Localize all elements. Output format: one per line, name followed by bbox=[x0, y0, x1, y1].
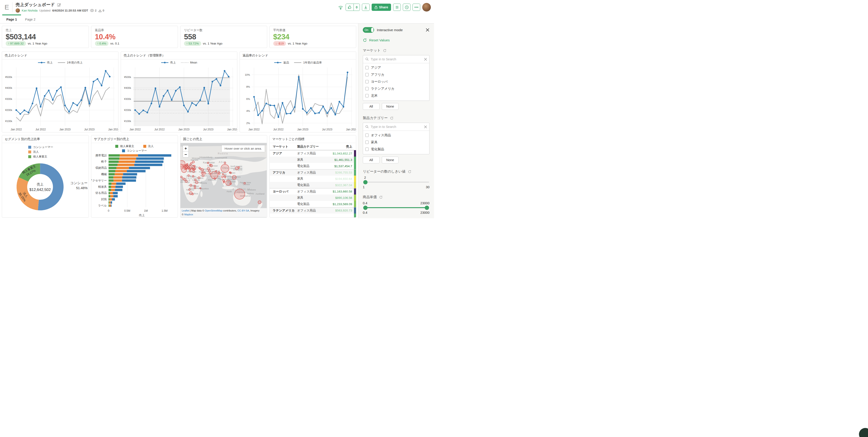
subcategory-bar-chart[interactable]: 携帯電話椅子収納用品機械アクセサリー軽家具切る用品封筒ラベル00.5M1M1.5… bbox=[91, 153, 178, 217]
like-button[interactable]: 0 bbox=[346, 4, 360, 11]
map-sales-circle[interactable] bbox=[218, 173, 220, 175]
map-sales-circle[interactable] bbox=[192, 170, 195, 173]
return-rate-chart[interactable]: 2%4%6%8%10%Jan 2022Jul 2022Jan 2023Jul 2… bbox=[240, 66, 356, 132]
checkbox[interactable] bbox=[365, 148, 369, 151]
map-sales-circle[interactable] bbox=[198, 177, 200, 179]
map-sales-circle[interactable] bbox=[209, 164, 211, 166]
map-sales-circle[interactable] bbox=[190, 184, 192, 186]
map-sales-circle[interactable] bbox=[186, 163, 188, 165]
map-sales-circle[interactable] bbox=[189, 170, 191, 172]
mapbox-link[interactable]: Mapbox bbox=[184, 213, 193, 216]
map-sales-circle[interactable] bbox=[193, 165, 195, 167]
tab-page-1[interactable]: Page 1 bbox=[2, 14, 21, 23]
market-select-none-button[interactable]: None bbox=[382, 103, 399, 110]
tab-page-2[interactable]: Page 2 bbox=[21, 14, 39, 23]
osm-link[interactable]: OpenStreetMap bbox=[205, 209, 222, 212]
country-sales-map[interactable]: RussiaYekaterinburgKrasnoyarskMoscowSama… bbox=[180, 143, 267, 217]
checkbox[interactable] bbox=[365, 73, 369, 76]
map-sales-circle[interactable] bbox=[194, 179, 196, 181]
map-sales-circle[interactable] bbox=[209, 173, 211, 175]
sales-control-chart[interactable]: ¥100k¥200k¥300k¥400k¥500kJan 2022Jul 202… bbox=[121, 66, 237, 132]
map-sales-circle[interactable] bbox=[207, 167, 210, 170]
checkbox-item[interactable]: 北米 bbox=[363, 92, 429, 99]
map-sales-circle[interactable] bbox=[221, 164, 229, 173]
map-sales-circle[interactable] bbox=[229, 172, 230, 173]
map-sales-circle[interactable] bbox=[238, 166, 240, 168]
share-button[interactable]: Share bbox=[372, 4, 391, 11]
download-button[interactable] bbox=[362, 4, 370, 11]
schedule-button[interactable] bbox=[403, 4, 410, 11]
refresh-icon[interactable] bbox=[408, 170, 411, 174]
map-sales-circle[interactable] bbox=[258, 201, 261, 204]
refresh-icon[interactable] bbox=[390, 116, 394, 120]
category-search-input[interactable] bbox=[371, 125, 422, 129]
segment-donut-chart[interactable]: 売上$12,642,502コンシュー51.48%法人30.25%個人事業主18.… bbox=[2, 158, 89, 217]
map-sales-circle[interactable] bbox=[190, 162, 192, 164]
map-sales-circle[interactable] bbox=[202, 175, 204, 177]
map-sales-circle[interactable] bbox=[189, 168, 191, 170]
market-select-all-button[interactable]: All bbox=[363, 103, 379, 110]
map-sales-circle[interactable] bbox=[188, 189, 190, 190]
refresh-icon[interactable] bbox=[383, 49, 386, 53]
close-icon[interactable] bbox=[426, 28, 430, 32]
map-sales-circle[interactable] bbox=[214, 178, 216, 179]
checkbox-item[interactable]: オフィス用品 bbox=[363, 132, 429, 139]
checkbox[interactable] bbox=[365, 66, 369, 69]
map-sales-circle[interactable] bbox=[215, 170, 217, 172]
map-sales-circle[interactable] bbox=[208, 170, 211, 172]
cc-link[interactable]: CC-BY-SA bbox=[237, 209, 249, 212]
checkbox-item[interactable]: ヨーロッパ bbox=[363, 78, 429, 85]
map-sales-circle[interactable] bbox=[194, 185, 196, 187]
map-sales-circle[interactable] bbox=[222, 174, 223, 175]
map-zoom-out-button[interactable]: − bbox=[183, 151, 188, 157]
map-sales-circle[interactable] bbox=[185, 180, 187, 183]
map-sales-circle[interactable] bbox=[182, 178, 184, 180]
checkbox[interactable] bbox=[365, 87, 369, 90]
range-thumb-high[interactable] bbox=[425, 206, 429, 210]
map-sales-circle[interactable] bbox=[244, 182, 246, 184]
map-sales-circle[interactable] bbox=[232, 175, 236, 179]
map-sales-circle[interactable] bbox=[188, 175, 189, 177]
unit-price-range-slider[interactable]: 0.4 23000 0.4 23000 bbox=[363, 201, 430, 214]
checkbox[interactable] bbox=[365, 141, 369, 144]
checkbox-item[interactable]: ラテンアメリカ bbox=[363, 85, 429, 92]
checkbox-item[interactable]: アフリカ bbox=[363, 71, 429, 78]
checkbox[interactable] bbox=[365, 133, 369, 137]
map-sales-circle[interactable] bbox=[188, 166, 190, 167]
map-sales-circle[interactable] bbox=[221, 176, 223, 178]
map-sales-circle[interactable] bbox=[195, 181, 198, 184]
checkbox[interactable] bbox=[365, 94, 369, 97]
checkbox-item[interactable]: 家具 bbox=[363, 139, 429, 146]
map-sales-circle[interactable] bbox=[201, 173, 203, 174]
edit-icon[interactable] bbox=[57, 3, 61, 7]
market-search-input[interactable] bbox=[371, 57, 422, 61]
parameters-button[interactable] bbox=[393, 4, 401, 11]
map-sales-circle[interactable] bbox=[224, 162, 226, 164]
user-avatar[interactable] bbox=[422, 3, 431, 11]
slider-thumb[interactable] bbox=[363, 180, 368, 184]
map-sales-circle[interactable] bbox=[199, 188, 201, 189]
map-sales-circle[interactable] bbox=[224, 177, 226, 178]
reset-values-button[interactable]: Reset Values bbox=[363, 38, 430, 42]
author-link[interactable]: Kan Nishida bbox=[22, 9, 37, 12]
map-sales-circle[interactable] bbox=[192, 175, 194, 177]
map-sales-circle[interactable] bbox=[192, 193, 193, 195]
range-thumb-low[interactable] bbox=[363, 206, 368, 210]
more-button[interactable] bbox=[412, 4, 420, 11]
checkbox-item[interactable]: 電化製品 bbox=[363, 146, 429, 153]
map-sales-circle[interactable] bbox=[180, 176, 182, 178]
map-sales-circle[interactable] bbox=[230, 183, 231, 185]
map-zoom-in-button[interactable]: + bbox=[183, 146, 188, 151]
map-sales-circle[interactable] bbox=[235, 189, 245, 199]
map-sales-circle[interactable] bbox=[204, 173, 206, 174]
map-sales-circle[interactable] bbox=[199, 168, 201, 170]
map-sales-circle[interactable] bbox=[192, 161, 194, 163]
map-sales-circle[interactable] bbox=[182, 168, 186, 173]
category-select-none-button[interactable]: None bbox=[382, 157, 399, 163]
sales-trend-chart[interactable]: ¥100k¥200k¥300k¥400k¥500kJan 2022Jul 202… bbox=[2, 66, 118, 132]
leaflet-link[interactable]: Leaflet bbox=[182, 209, 189, 212]
category-select-all-button[interactable]: All bbox=[363, 157, 379, 163]
clear-search-icon[interactable] bbox=[424, 125, 427, 128]
repeater-threshold-slider[interactable]: 2 1 30 bbox=[363, 176, 430, 189]
map-sales-circle[interactable] bbox=[194, 187, 196, 189]
